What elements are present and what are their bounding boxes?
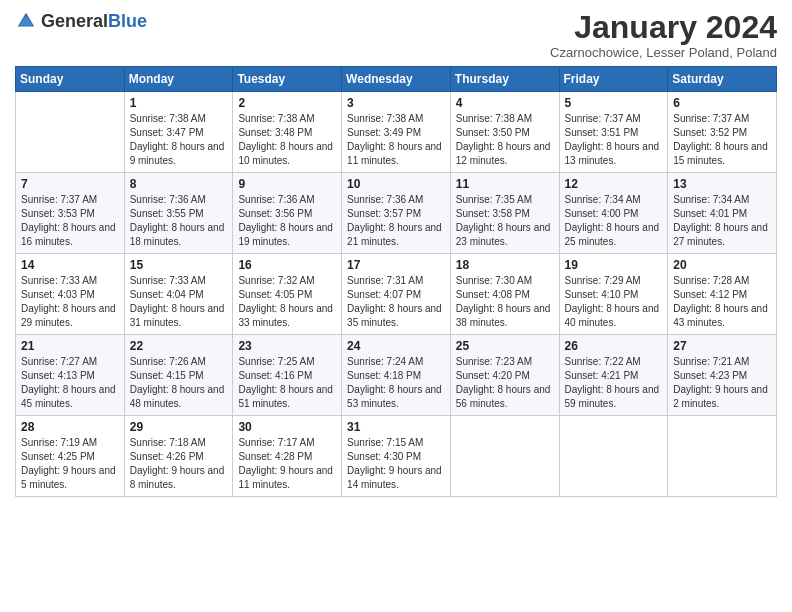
- day-number: 25: [456, 339, 554, 353]
- weekday-header-row: SundayMondayTuesdayWednesdayThursdayFrid…: [16, 67, 777, 92]
- calendar-day-cell: 25Sunrise: 7:23 AMSunset: 4:20 PMDayligh…: [450, 335, 559, 416]
- day-number: 19: [565, 258, 663, 272]
- weekday-header-cell: Thursday: [450, 67, 559, 92]
- day-info: Sunrise: 7:24 AMSunset: 4:18 PMDaylight:…: [347, 355, 445, 411]
- calendar-day-cell: 9Sunrise: 7:36 AMSunset: 3:56 PMDaylight…: [233, 173, 342, 254]
- day-number: 6: [673, 96, 771, 110]
- weekday-header-cell: Saturday: [668, 67, 777, 92]
- day-info: Sunrise: 7:37 AMSunset: 3:52 PMDaylight:…: [673, 112, 771, 168]
- day-info: Sunrise: 7:21 AMSunset: 4:23 PMDaylight:…: [673, 355, 771, 411]
- calendar-day-cell: 1Sunrise: 7:38 AMSunset: 3:47 PMDaylight…: [124, 92, 233, 173]
- calendar-day-cell: [668, 416, 777, 497]
- calendar-day-cell: [450, 416, 559, 497]
- day-info: Sunrise: 7:31 AMSunset: 4:07 PMDaylight:…: [347, 274, 445, 330]
- weekday-header-cell: Tuesday: [233, 67, 342, 92]
- day-info: Sunrise: 7:38 AMSunset: 3:49 PMDaylight:…: [347, 112, 445, 168]
- calendar-week-row: 14Sunrise: 7:33 AMSunset: 4:03 PMDayligh…: [16, 254, 777, 335]
- day-number: 13: [673, 177, 771, 191]
- day-number: 28: [21, 420, 119, 434]
- day-number: 30: [238, 420, 336, 434]
- day-info: Sunrise: 7:38 AMSunset: 3:47 PMDaylight:…: [130, 112, 228, 168]
- day-info: Sunrise: 7:25 AMSunset: 4:16 PMDaylight:…: [238, 355, 336, 411]
- weekday-header-cell: Friday: [559, 67, 668, 92]
- calendar-day-cell: 21Sunrise: 7:27 AMSunset: 4:13 PMDayligh…: [16, 335, 125, 416]
- day-number: 24: [347, 339, 445, 353]
- page-header: GeneralBlue January 2024 Czarnochowice, …: [15, 10, 777, 60]
- calendar-day-cell: 18Sunrise: 7:30 AMSunset: 4:08 PMDayligh…: [450, 254, 559, 335]
- calendar-day-cell: 24Sunrise: 7:24 AMSunset: 4:18 PMDayligh…: [342, 335, 451, 416]
- day-info: Sunrise: 7:27 AMSunset: 4:13 PMDaylight:…: [21, 355, 119, 411]
- logo-general-text: GeneralBlue: [41, 12, 147, 31]
- weekday-header-cell: Wednesday: [342, 67, 451, 92]
- day-number: 5: [565, 96, 663, 110]
- day-info: Sunrise: 7:37 AMSunset: 3:51 PMDaylight:…: [565, 112, 663, 168]
- day-info: Sunrise: 7:28 AMSunset: 4:12 PMDaylight:…: [673, 274, 771, 330]
- calendar-day-cell: 13Sunrise: 7:34 AMSunset: 4:01 PMDayligh…: [668, 173, 777, 254]
- day-number: 17: [347, 258, 445, 272]
- day-info: Sunrise: 7:33 AMSunset: 4:03 PMDaylight:…: [21, 274, 119, 330]
- day-number: 20: [673, 258, 771, 272]
- calendar-day-cell: 20Sunrise: 7:28 AMSunset: 4:12 PMDayligh…: [668, 254, 777, 335]
- calendar-week-row: 21Sunrise: 7:27 AMSunset: 4:13 PMDayligh…: [16, 335, 777, 416]
- calendar-day-cell: 26Sunrise: 7:22 AMSunset: 4:21 PMDayligh…: [559, 335, 668, 416]
- logo: GeneralBlue: [15, 10, 147, 32]
- day-info: Sunrise: 7:38 AMSunset: 3:50 PMDaylight:…: [456, 112, 554, 168]
- calendar-day-cell: [559, 416, 668, 497]
- day-info: Sunrise: 7:15 AMSunset: 4:30 PMDaylight:…: [347, 436, 445, 492]
- day-number: 15: [130, 258, 228, 272]
- day-info: Sunrise: 7:19 AMSunset: 4:25 PMDaylight:…: [21, 436, 119, 492]
- month-title: January 2024: [550, 10, 777, 45]
- location: Czarnochowice, Lesser Poland, Poland: [550, 45, 777, 60]
- day-info: Sunrise: 7:36 AMSunset: 3:55 PMDaylight:…: [130, 193, 228, 249]
- calendar-day-cell: 14Sunrise: 7:33 AMSunset: 4:03 PMDayligh…: [16, 254, 125, 335]
- day-number: 27: [673, 339, 771, 353]
- calendar-day-cell: 23Sunrise: 7:25 AMSunset: 4:16 PMDayligh…: [233, 335, 342, 416]
- day-number: 29: [130, 420, 228, 434]
- calendar-day-cell: 12Sunrise: 7:34 AMSunset: 4:00 PMDayligh…: [559, 173, 668, 254]
- calendar-day-cell: 7Sunrise: 7:37 AMSunset: 3:53 PMDaylight…: [16, 173, 125, 254]
- day-info: Sunrise: 7:33 AMSunset: 4:04 PMDaylight:…: [130, 274, 228, 330]
- day-number: 16: [238, 258, 336, 272]
- calendar-day-cell: 30Sunrise: 7:17 AMSunset: 4:28 PMDayligh…: [233, 416, 342, 497]
- day-info: Sunrise: 7:37 AMSunset: 3:53 PMDaylight:…: [21, 193, 119, 249]
- title-block: January 2024 Czarnochowice, Lesser Polan…: [550, 10, 777, 60]
- calendar-day-cell: 16Sunrise: 7:32 AMSunset: 4:05 PMDayligh…: [233, 254, 342, 335]
- weekday-header-cell: Sunday: [16, 67, 125, 92]
- day-info: Sunrise: 7:32 AMSunset: 4:05 PMDaylight:…: [238, 274, 336, 330]
- calendar-week-row: 28Sunrise: 7:19 AMSunset: 4:25 PMDayligh…: [16, 416, 777, 497]
- day-number: 14: [21, 258, 119, 272]
- calendar-day-cell: 31Sunrise: 7:15 AMSunset: 4:30 PMDayligh…: [342, 416, 451, 497]
- day-number: 18: [456, 258, 554, 272]
- day-info: Sunrise: 7:34 AMSunset: 4:00 PMDaylight:…: [565, 193, 663, 249]
- calendar-day-cell: 17Sunrise: 7:31 AMSunset: 4:07 PMDayligh…: [342, 254, 451, 335]
- calendar-day-cell: 28Sunrise: 7:19 AMSunset: 4:25 PMDayligh…: [16, 416, 125, 497]
- day-number: 22: [130, 339, 228, 353]
- calendar-day-cell: [16, 92, 125, 173]
- calendar-day-cell: 6Sunrise: 7:37 AMSunset: 3:52 PMDaylight…: [668, 92, 777, 173]
- day-info: Sunrise: 7:35 AMSunset: 3:58 PMDaylight:…: [456, 193, 554, 249]
- day-number: 31: [347, 420, 445, 434]
- day-info: Sunrise: 7:38 AMSunset: 3:48 PMDaylight:…: [238, 112, 336, 168]
- day-number: 9: [238, 177, 336, 191]
- calendar-day-cell: 22Sunrise: 7:26 AMSunset: 4:15 PMDayligh…: [124, 335, 233, 416]
- day-number: 8: [130, 177, 228, 191]
- calendar-day-cell: 8Sunrise: 7:36 AMSunset: 3:55 PMDaylight…: [124, 173, 233, 254]
- calendar-week-row: 1Sunrise: 7:38 AMSunset: 3:47 PMDaylight…: [16, 92, 777, 173]
- day-number: 11: [456, 177, 554, 191]
- day-info: Sunrise: 7:23 AMSunset: 4:20 PMDaylight:…: [456, 355, 554, 411]
- day-info: Sunrise: 7:36 AMSunset: 3:57 PMDaylight:…: [347, 193, 445, 249]
- calendar-day-cell: 29Sunrise: 7:18 AMSunset: 4:26 PMDayligh…: [124, 416, 233, 497]
- calendar-week-row: 7Sunrise: 7:37 AMSunset: 3:53 PMDaylight…: [16, 173, 777, 254]
- day-number: 7: [21, 177, 119, 191]
- calendar-day-cell: 5Sunrise: 7:37 AMSunset: 3:51 PMDaylight…: [559, 92, 668, 173]
- day-number: 12: [565, 177, 663, 191]
- calendar-day-cell: 15Sunrise: 7:33 AMSunset: 4:04 PMDayligh…: [124, 254, 233, 335]
- calendar-day-cell: 2Sunrise: 7:38 AMSunset: 3:48 PMDaylight…: [233, 92, 342, 173]
- day-number: 23: [238, 339, 336, 353]
- day-number: 26: [565, 339, 663, 353]
- day-info: Sunrise: 7:29 AMSunset: 4:10 PMDaylight:…: [565, 274, 663, 330]
- calendar-day-cell: 19Sunrise: 7:29 AMSunset: 4:10 PMDayligh…: [559, 254, 668, 335]
- day-number: 3: [347, 96, 445, 110]
- calendar-day-cell: 4Sunrise: 7:38 AMSunset: 3:50 PMDaylight…: [450, 92, 559, 173]
- calendar-day-cell: 3Sunrise: 7:38 AMSunset: 3:49 PMDaylight…: [342, 92, 451, 173]
